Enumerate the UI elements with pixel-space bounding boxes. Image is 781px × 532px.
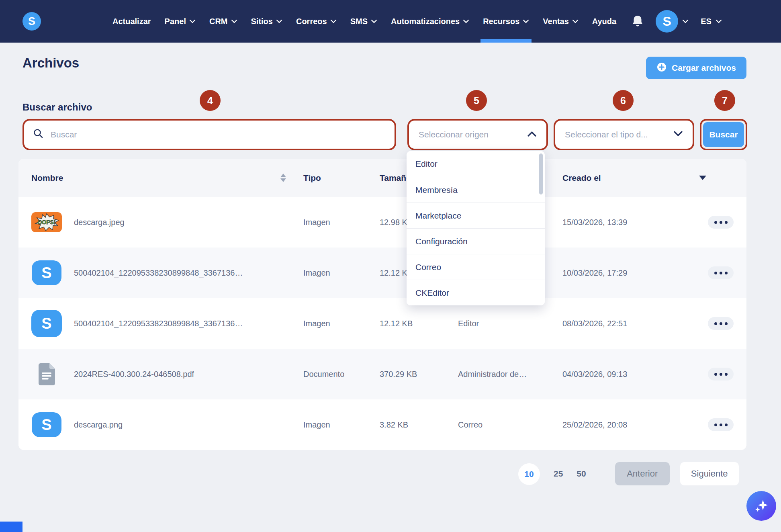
file-origin: Correo xyxy=(458,399,483,450)
page-size-50[interactable]: 50 xyxy=(577,469,586,479)
files-page: S Actualizar Panel CRM Sitios Correos SM… xyxy=(0,0,781,532)
file-created: 25/02/2026, 20:08 xyxy=(562,399,627,450)
file-name: descarga.png xyxy=(74,420,123,430)
file-size: 370.29 KB xyxy=(380,349,417,399)
page-size-25[interactable]: 25 xyxy=(554,469,563,479)
table-header-row: Nombre Tipo Tamaño Creado el xyxy=(18,159,746,197)
nav-item-actualizar[interactable]: Actualizar xyxy=(112,0,151,43)
column-header-type[interactable]: Tipo xyxy=(303,159,321,197)
chevron-down-icon xyxy=(276,19,282,23)
table-row[interactable]: 2024RES-400.300.24-046508.pdf Documento … xyxy=(18,349,746,399)
origin-select[interactable]: Seleccionar origen xyxy=(407,119,548,150)
file-type: Imagen xyxy=(303,399,330,450)
chevron-down-icon xyxy=(572,19,579,23)
file-thumbnail-s-logo: S xyxy=(31,412,62,437)
nav-item-automatizaciones[interactable]: Automatizaciones xyxy=(391,0,469,43)
sparkle-icon xyxy=(753,497,769,515)
row-actions-button[interactable] xyxy=(708,216,734,229)
file-size: 3.82 KB xyxy=(380,399,408,450)
file-origin: Administrador de… xyxy=(458,349,527,399)
sort-desc-icon xyxy=(699,176,706,180)
search-button[interactable]: Buscar xyxy=(703,122,744,147)
dropdown-option-ckeditor[interactable]: CKEditor xyxy=(407,280,545,305)
column-header-created[interactable]: Creado el xyxy=(562,159,706,197)
document-icon xyxy=(31,362,62,386)
dropdown-option-membresia[interactable]: Membresía xyxy=(407,177,545,203)
column-header-name[interactable]: Nombre xyxy=(31,159,63,197)
file-name: descarga.jpeg xyxy=(74,218,125,227)
row-actions-button[interactable] xyxy=(708,368,734,381)
file-thumbnail-oops-image: OOPS! xyxy=(31,212,62,232)
dropdown-scrollbar[interactable] xyxy=(539,153,543,194)
assistant-fab[interactable] xyxy=(746,491,776,521)
table-row[interactable]: S 500402104_122095338230899848_336713695… xyxy=(18,298,746,349)
nav-item-crm[interactable]: CRM xyxy=(209,0,237,43)
chevron-down-icon xyxy=(231,19,237,23)
annotation-badge-6: 6 xyxy=(613,90,634,111)
nav-item-correos[interactable]: Correos xyxy=(296,0,337,43)
file-thumbnail-s-logo: S xyxy=(31,260,62,285)
file-type: Documento xyxy=(303,349,344,399)
annotation-badge-4: 4 xyxy=(200,90,221,111)
dropdown-option-correo[interactable]: Correo xyxy=(407,254,545,280)
row-actions-button[interactable] xyxy=(708,317,734,330)
nav-item-ayuda[interactable]: Ayuda xyxy=(592,0,616,43)
nav-item-sitios[interactable]: Sitios xyxy=(251,0,282,43)
table-row[interactable]: S 500402104_122095338230899848_336713695… xyxy=(18,248,746,298)
dropdown-option-configuracion[interactable]: Configuración xyxy=(407,228,545,254)
file-thumbnail-s-logo: S xyxy=(31,310,62,337)
table-row[interactable]: OOPS! descarga.jpeg Imagen 12.98 KB 15/0… xyxy=(18,197,746,248)
annotation-badge-7: 7 xyxy=(714,90,735,111)
file-size: 12.12 KB xyxy=(380,298,413,349)
user-menu[interactable]: S xyxy=(656,10,689,33)
sort-icon[interactable] xyxy=(280,159,286,197)
annotation-badge-5: 5 xyxy=(466,90,487,111)
file-origin: Editor xyxy=(458,298,479,349)
nav-right-cluster: S ES xyxy=(632,10,722,33)
previous-page-button[interactable]: Anterior xyxy=(615,462,670,485)
svg-text:OOPS!: OOPS! xyxy=(37,219,55,225)
chevron-down-icon xyxy=(463,19,469,23)
nav-item-panel[interactable]: Panel xyxy=(165,0,196,43)
file-type: Imagen xyxy=(303,248,330,298)
chevron-down-icon xyxy=(371,19,377,23)
chevron-down-icon xyxy=(523,19,529,23)
top-navbar: S Actualizar Panel CRM Sitios Correos SM… xyxy=(0,0,781,43)
pagination: 10 25 50 Anterior Siguiente xyxy=(518,462,739,485)
origin-dropdown-menu: Editor Membresía Marketplace Configuraci… xyxy=(407,151,545,305)
avatar: S xyxy=(656,10,678,33)
search-input-wrapper xyxy=(22,119,396,150)
notifications-bell-icon[interactable] xyxy=(632,14,644,28)
chevron-up-icon xyxy=(527,131,537,138)
row-actions-button[interactable] xyxy=(708,418,734,431)
nav-item-recursos[interactable]: Recursos xyxy=(483,0,529,43)
file-created: 04/03/2026, 09:13 xyxy=(562,349,627,399)
brand-logo-letter: S xyxy=(28,15,35,28)
search-button-wrapper: Buscar xyxy=(700,119,747,150)
chevron-down-icon xyxy=(673,131,683,138)
dropdown-option-marketplace[interactable]: Marketplace xyxy=(407,203,545,228)
nav-item-sms[interactable]: SMS xyxy=(350,0,377,43)
file-created: 08/03/2026, 22:51 xyxy=(562,298,627,349)
file-type: Imagen xyxy=(303,197,330,248)
search-input[interactable] xyxy=(51,130,386,139)
chevron-down-icon xyxy=(716,19,722,23)
next-page-button[interactable]: Siguiente xyxy=(680,462,739,485)
file-created: 10/03/2026, 17:29 xyxy=(562,248,627,298)
page-size-10[interactable]: 10 xyxy=(518,463,540,485)
chevron-down-icon xyxy=(189,19,196,23)
chevron-down-icon xyxy=(330,19,337,23)
file-name: 2024RES-400.300.24-046508.pdf xyxy=(74,370,194,379)
brand-logo[interactable]: S xyxy=(22,12,41,31)
plus-circle-icon xyxy=(656,62,667,74)
row-actions-button[interactable] xyxy=(708,266,734,279)
language-selector[interactable]: ES xyxy=(701,17,722,26)
dropdown-option-editor[interactable]: Editor xyxy=(407,151,545,177)
page-title: Archivos xyxy=(22,55,79,71)
nav-item-ventas[interactable]: Ventas xyxy=(543,0,578,43)
table-row[interactable]: S descarga.png Imagen 3.82 KB Correo 25/… xyxy=(18,399,746,450)
type-select[interactable]: Seleccionar el tipo d... xyxy=(554,119,694,150)
file-name: 500402104_122095338230899848_336713695… xyxy=(74,319,247,328)
chevron-down-icon xyxy=(682,19,689,23)
upload-files-button[interactable]: Cargar archivos xyxy=(646,57,746,79)
